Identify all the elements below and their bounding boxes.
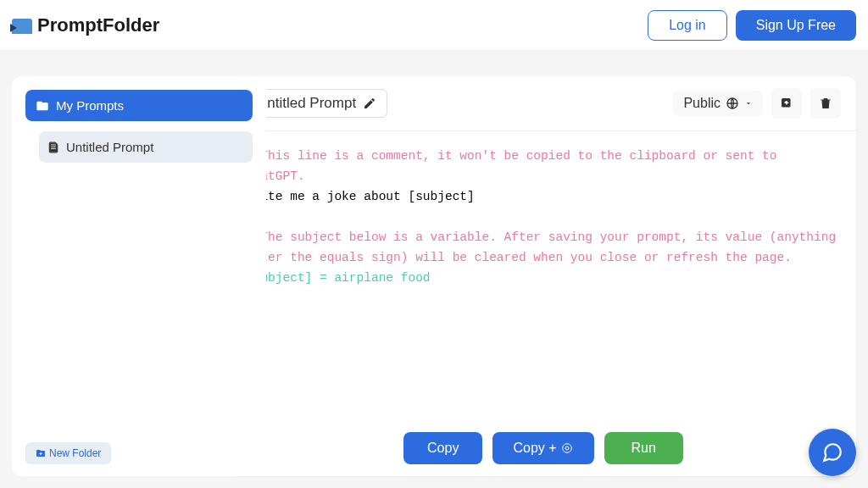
svg-rect-0 [50, 142, 57, 152]
delete-button[interactable] [810, 88, 841, 119]
svg-rect-1 [51, 144, 56, 145]
svg-rect-2 [51, 146, 56, 147]
run-button[interactable]: Run [604, 432, 683, 464]
edit-icon [363, 97, 376, 110]
duplicate-button[interactable] [771, 88, 802, 119]
visibility-selector[interactable]: Public [673, 91, 763, 116]
trash-icon [818, 96, 833, 111]
new-folder-button[interactable]: New Folder [25, 442, 111, 464]
copy-button[interactable]: Copy [403, 432, 482, 464]
sidebar-item-prompt[interactable]: Untitled Prompt [39, 131, 253, 163]
signup-button[interactable]: Sign Up Free [736, 10, 856, 41]
content-header: Untitled Prompt Public [231, 76, 856, 131]
logo[interactable]: PromptFolder [12, 14, 159, 36]
logo-icon [12, 17, 32, 34]
code-comment-1: # This line is a comment, it won't be co… [246, 147, 841, 187]
login-button[interactable]: Log in [648, 10, 727, 41]
footer-buttons: Copy Copy + Run [231, 420, 856, 476]
prompt-title[interactable]: Untitled Prompt [246, 89, 387, 118]
header-buttons: Log in Sign Up Free [648, 10, 856, 41]
chat-icon [821, 441, 843, 463]
sidebar-folder-my-prompts[interactable]: My Prompts [25, 90, 253, 121]
svg-rect-3 [51, 148, 56, 149]
visibility-label: Public [683, 96, 721, 111]
openai-icon [560, 441, 574, 455]
sidebar-folder-label: My Prompts [56, 98, 124, 113]
duplicate-icon [779, 96, 794, 111]
copy-plus-label: Copy + [513, 441, 556, 456]
sidebar: My Prompts Untitled Prompt New Folder [12, 76, 266, 476]
content-panel: Untitled Prompt Public [231, 76, 856, 476]
content-header-actions: Public [673, 88, 841, 119]
folder-icon [36, 99, 49, 113]
brand-name: PromptFolder [37, 14, 159, 36]
code-variable-line: [subject] = airplane food [246, 269, 841, 289]
svg-point-7 [565, 446, 569, 450]
help-button[interactable] [809, 429, 856, 476]
new-folder-label: New Folder [49, 447, 101, 459]
copy-plus-button[interactable]: Copy + [492, 432, 593, 464]
code-editor[interactable]: # This line is a comment, it won't be co… [231, 131, 856, 420]
document-icon [47, 141, 59, 153]
code-comment-2: # The subject below is a variable. After… [246, 228, 841, 269]
globe-icon [726, 97, 739, 110]
header: PromptFolder Log in Sign Up Free [0, 0, 868, 51]
code-line-1: Write me a joke about [subject] [246, 187, 841, 208]
prompt-title-text: Untitled Prompt [257, 95, 356, 112]
chevron-down-icon [744, 99, 753, 108]
main-container: My Prompts Untitled Prompt New Folder Un… [0, 51, 868, 488]
folder-plus-icon [36, 448, 46, 458]
sidebar-item-label: Untitled Prompt [66, 140, 153, 154]
